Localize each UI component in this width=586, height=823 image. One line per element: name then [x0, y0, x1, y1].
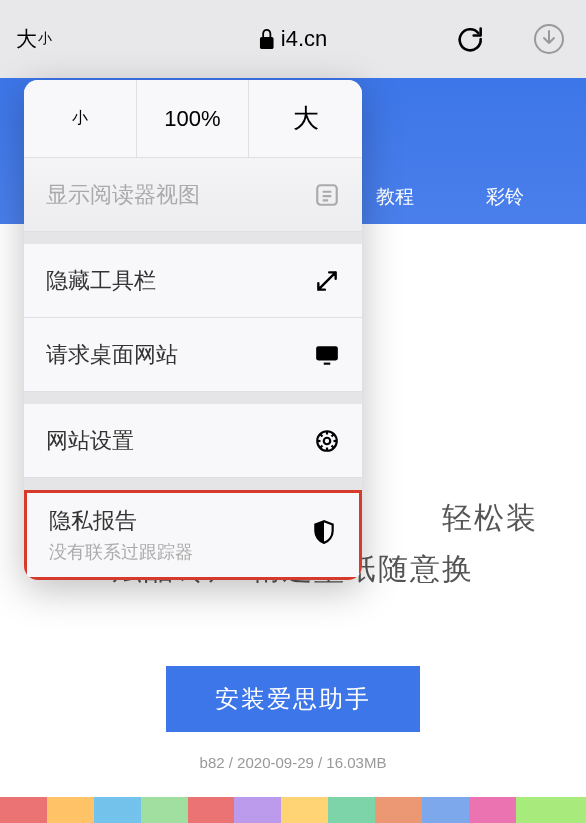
- svg-line-13: [320, 434, 322, 436]
- site-nav: 教程 彩铃: [376, 184, 524, 210]
- privacy-report-label: 隐私报告: [49, 506, 137, 536]
- svg-line-14: [332, 445, 334, 447]
- privacy-report-sublabel: 没有联系过跟踪器: [49, 540, 193, 564]
- text-size-control[interactable]: 大小: [12, 17, 56, 61]
- request-desktop-label: 请求桌面网站: [46, 340, 178, 370]
- website-settings-item[interactable]: 网站设置: [24, 404, 362, 478]
- zoom-out-button[interactable]: 小: [24, 80, 137, 157]
- nav-ringtones[interactable]: 彩铃: [486, 184, 524, 210]
- privacy-report-item[interactable]: 隐私报告 没有联系过跟踪器: [24, 490, 362, 580]
- request-desktop-item[interactable]: 请求桌面网站: [24, 318, 362, 392]
- svg-rect-6: [324, 362, 331, 364]
- address-display[interactable]: i4.cn: [259, 26, 327, 52]
- zoom-control-row: 小 100% 大: [24, 80, 362, 158]
- expand-icon: [314, 268, 340, 294]
- menu-separator: [24, 392, 362, 404]
- zoom-in-button[interactable]: 大: [249, 80, 362, 157]
- svg-rect-5: [316, 346, 338, 360]
- zoom-value: 100%: [164, 106, 220, 132]
- app-icons-strip: [0, 797, 586, 823]
- menu-separator: [24, 232, 362, 244]
- hide-toolbar-item[interactable]: 隐藏工具栏: [24, 244, 362, 318]
- browser-toolbar: 大小 i4.cn: [0, 0, 586, 78]
- lock-icon: [259, 29, 275, 49]
- zoom-out-label: 小: [72, 108, 88, 129]
- build-meta: b82 / 2020-09-29 / 16.03MB: [0, 754, 586, 771]
- nav-tutorials[interactable]: 教程: [376, 184, 414, 210]
- text-size-small-glyph: 小: [38, 30, 52, 48]
- page-format-menu: 小 100% 大 显示阅读器视图 隐藏工具栏 请求桌面网站 网站设置 隐私报告 …: [24, 80, 362, 580]
- svg-point-8: [324, 437, 331, 444]
- desktop-icon: [314, 342, 340, 368]
- svg-line-15: [320, 445, 322, 447]
- shield-icon: [311, 519, 337, 545]
- install-button-label: 安装爱思助手: [215, 683, 371, 715]
- reader-view-item: 显示阅读器视图: [24, 158, 362, 232]
- zoom-in-label: 大: [293, 101, 319, 136]
- reader-icon: [314, 182, 340, 208]
- downloads-button[interactable]: [530, 20, 568, 58]
- reload-button[interactable]: [450, 20, 488, 58]
- zoom-level-display[interactable]: 100%: [137, 80, 250, 157]
- gear-icon: [314, 428, 340, 454]
- website-settings-label: 网站设置: [46, 426, 134, 456]
- url-host: i4.cn: [281, 26, 327, 52]
- svg-line-16: [332, 434, 334, 436]
- install-button[interactable]: 安装爱思助手: [166, 666, 420, 732]
- menu-separator: [24, 478, 362, 490]
- text-size-large-glyph: 大: [16, 25, 37, 53]
- reader-view-label: 显示阅读器视图: [46, 180, 200, 210]
- hide-toolbar-label: 隐藏工具栏: [46, 266, 156, 296]
